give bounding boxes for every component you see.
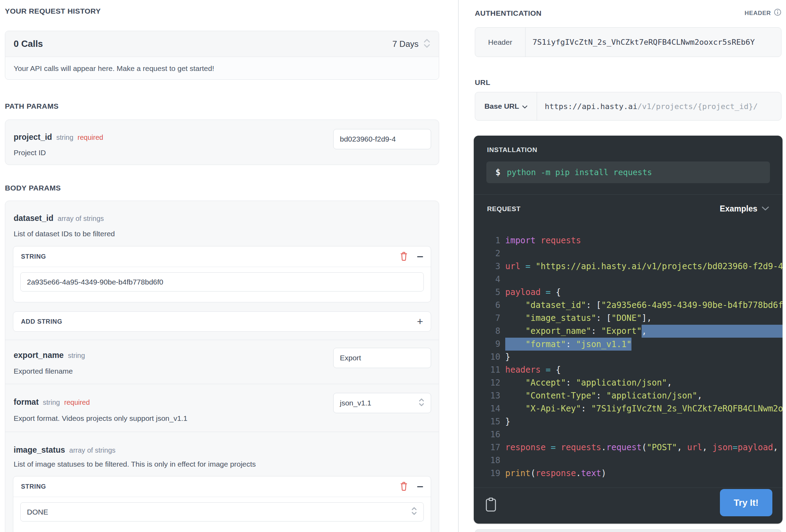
api-key-value: 7S1iyfgIVcZtN_2s_VhCZkt7eRQFB4CLNwm2ooxc… (533, 38, 755, 46)
param-header-image-status: image_status array of strings (14, 445, 115, 455)
collapse-item-button[interactable] (417, 486, 423, 487)
url-title: URL (475, 78, 490, 87)
format-value: json_v1.1 (340, 399, 371, 407)
code-line: 6 "dataset_id": ["2a935e66-4a95-4349-90b… (486, 299, 783, 312)
line-number: 11 (486, 364, 500, 376)
dataset-id-value: 2a935e66-4a95-4349-90be-b4fb778bd6f0 (27, 278, 163, 286)
param-header-format: format string required (14, 397, 90, 407)
panel-divider (474, 488, 783, 488)
array-item-label: STRING (21, 483, 400, 490)
api-key-input[interactable]: 7S1iyfgIVcZtN_2s_VhCZkt7eRQFB4CLNwm2ooxc… (526, 28, 781, 57)
param-type: string (56, 134, 73, 142)
url-path-segment: /v1/projects/{project_id}/ (637, 102, 758, 111)
code-line: 10} (486, 351, 783, 364)
param-type: array of strings (58, 215, 104, 223)
param-section-export-name: export_name string Exported filename Exp… (5, 340, 439, 384)
request-form-column: YOUR REQUEST HISTORY 0 Calls 7 Days Your… (5, 0, 439, 532)
param-description: List of dataset IDs to be filtered (14, 230, 115, 238)
add-string-button[interactable]: ADD STRING + (13, 311, 431, 332)
param-type: string (68, 352, 85, 360)
code-line: 1import requests (486, 234, 783, 247)
param-header-dataset-id: dataset_id array of strings (14, 214, 104, 223)
image-status-select[interactable]: DONE (20, 502, 424, 522)
shell-prompt: $ (495, 167, 500, 177)
array-item-body: DONE (13, 497, 431, 527)
line-number: 7 (486, 312, 500, 325)
request-header-row: REQUEST Examples (487, 204, 769, 214)
code-block[interactable]: 1import requests23url = "https://api.has… (486, 234, 783, 480)
auth-header-field: Header 7S1iyfgIVcZtN_2s_VhCZkt7eRQFB4CLN… (475, 27, 781, 57)
examples-dropdown[interactable]: Examples (720, 204, 769, 214)
param-name: export_name (14, 351, 64, 360)
try-it-button[interactable]: Try It! (720, 489, 772, 516)
line-number: 19 (486, 467, 500, 480)
copy-code-button[interactable] (485, 497, 496, 513)
image-status-value: DONE (27, 508, 48, 516)
array-item-box: STRING 2a935e66-4a95-4349-90be-b4fb77 (13, 246, 431, 302)
delete-item-button[interactable] (400, 251, 408, 262)
param-type: string (43, 398, 60, 407)
format-select[interactable]: json_v1.1 (333, 393, 431, 413)
base-url-label: Base URL (484, 102, 519, 110)
code-line: 2 (486, 247, 783, 260)
auth-type-label: HEADER (745, 10, 771, 17)
param-section-image-status: image_status array of strings List of im… (5, 432, 439, 532)
line-number: 2 (486, 247, 500, 260)
param-description: List of image statuses to be filtered. T… (14, 460, 256, 468)
url-field: Base URL https://api.hasty.ai/v1/project… (475, 92, 781, 121)
trash-icon (400, 481, 408, 492)
code-line: 13 "Content-Type": "application/json", (486, 389, 783, 402)
delete-item-button[interactable] (400, 481, 408, 492)
code-sample-column: AUTHENTICATION HEADER Header 7S1iyfgIVcZ… (475, 0, 781, 532)
project-id-value: bd023960-f2d9-4 (340, 135, 396, 143)
param-header-project-id: project_id string required (14, 132, 103, 142)
auth-field-label: Header (475, 28, 526, 57)
path-params-title: PATH PARAMS (5, 102, 59, 110)
path-params-box: project_id string required Project ID bd… (5, 120, 439, 165)
collapse-item-button[interactable] (417, 256, 423, 257)
column-divider (458, 0, 459, 532)
param-description: Project ID (14, 149, 46, 157)
project-id-input[interactable]: bd023960-f2d9-4 (333, 129, 431, 149)
line-number: 4 (486, 273, 500, 286)
request-history-empty-state: Your API calls will appear here. Make a … (5, 57, 439, 80)
code-sample-panel: INSTALLATION $ python -m pip install req… (474, 136, 783, 524)
auth-type-badge[interactable]: HEADER (745, 8, 781, 18)
info-icon (774, 8, 781, 18)
param-type: array of strings (69, 446, 115, 454)
code-line: 3url = "https://api.hasty.ai/v1/projects… (486, 260, 783, 273)
param-name: image_status (14, 445, 65, 455)
param-required-badge: required (78, 134, 103, 142)
request-url-input[interactable]: https://api.hasty.ai/v1/projects/{projec… (537, 92, 781, 120)
code-line: 17response = requests.request("POST", ur… (486, 441, 783, 454)
install-command-box[interactable]: $ python -m pip install requests (486, 161, 770, 183)
installation-title: INSTALLATION (487, 146, 537, 154)
code-line: 16 (486, 428, 783, 441)
array-item-header: STRING (13, 246, 431, 267)
request-history-header: 0 Calls 7 Days (5, 31, 439, 57)
array-item-box: STRING DONE (13, 476, 431, 532)
dataset-id-input[interactable]: 2a935e66-4a95-4349-90be-b4fb778bd6f0 (20, 272, 424, 292)
code-line: 14 "X-Api-Key": "7S1iyfgIVcZtN_2s_VhCZkt… (486, 402, 783, 415)
code-line: 11headers = { (486, 364, 783, 376)
line-number: 3 (486, 260, 500, 273)
param-name: format (14, 397, 39, 407)
line-number: 10 (486, 351, 500, 364)
line-number: 16 (486, 428, 500, 441)
code-line: 18 (486, 454, 783, 467)
chevron-down-icon (762, 206, 769, 212)
minus-icon (417, 256, 423, 257)
updown-chevrons-icon (419, 398, 424, 409)
export-name-value: Export (340, 354, 361, 362)
export-name-input[interactable]: Export (333, 348, 431, 368)
code-line: 4 (486, 273, 783, 286)
code-line: 7 "image_status": ["DONE"], (486, 312, 783, 325)
line-number: 18 (486, 454, 500, 467)
plus-icon: + (417, 316, 423, 327)
code-line: 12 "Accept": "application/json", (486, 376, 783, 389)
param-description: Exported filename (14, 367, 73, 375)
time-range-select[interactable]: 7 Days (392, 38, 430, 50)
base-url-select[interactable]: Base URL (475, 92, 537, 120)
line-number: 9 (486, 338, 500, 351)
param-section-format: format string required Export format. Vi… (5, 384, 439, 432)
